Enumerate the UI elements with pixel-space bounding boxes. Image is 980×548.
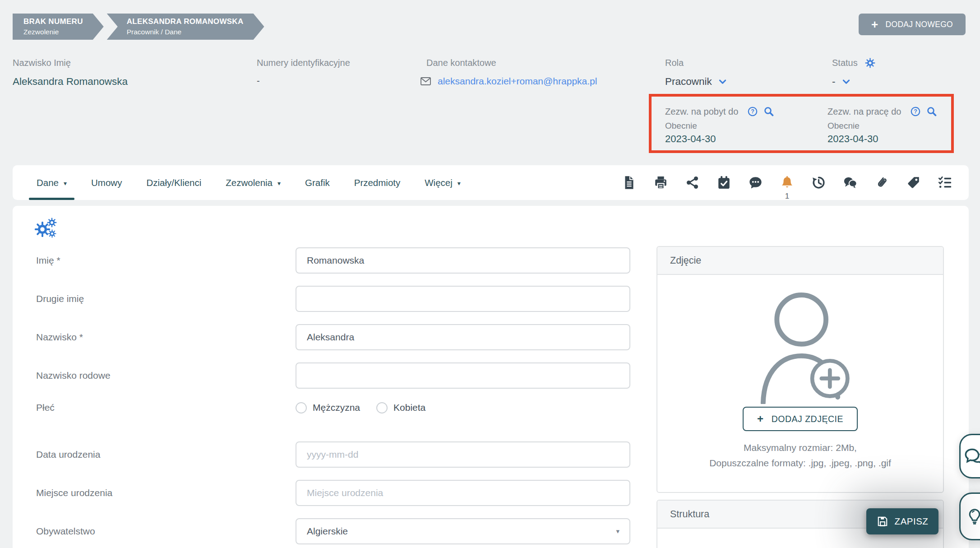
tab-umowy[interactable]: Umowy (79, 165, 134, 200)
document-icon[interactable] (622, 176, 636, 190)
radio-icon (376, 402, 388, 413)
form-settings-gears-icon[interactable] (34, 218, 66, 243)
notification-bell-icon[interactable]: 1 (780, 176, 794, 190)
field-role: Rola Pracownik (665, 58, 727, 88)
role-value: Pracownik (665, 76, 712, 88)
add-photo-button[interactable]: + DODAJ ZDJĘCIE (743, 407, 858, 431)
caret-down-icon: ▾ (64, 178, 67, 187)
tab-dzialy-klienci[interactable]: Działy/Klienci (134, 165, 213, 200)
photo-hint-size: Maksymalny rozmiar: 2Mb, (657, 440, 943, 455)
comment-dots-icon[interactable] (749, 176, 763, 190)
email-link[interactable]: aleksandra.koziel+roman@hrappka.pl (438, 76, 597, 87)
field-label: Nazwisko Imię (13, 58, 128, 68)
breadcrumb-permit[interactable]: BRAK NUMERU Zezwolenie (13, 14, 104, 40)
residence-permit-field: Zezw. na pobyt do Obecnie 2023-04-30 (665, 106, 827, 150)
tab-grafik[interactable]: Grafik (293, 165, 342, 200)
calendar-check-icon[interactable] (717, 176, 731, 190)
form-label: Nazwisko * (36, 332, 296, 343)
caret-down-icon: ▾ (616, 527, 619, 535)
work-permit-field: Zezw. na pracę do Obecnie 2023-04-30 (827, 106, 937, 150)
breadcrumb-title: ALEKSANDRA ROMANOWSKA (127, 16, 244, 27)
form-row-birth-place: Miejsce urodzenia (36, 480, 644, 506)
radio-label: Kobieta (393, 402, 425, 413)
search-icon[interactable] (763, 106, 774, 117)
chevron-down-icon (841, 77, 851, 87)
search-icon[interactable] (926, 106, 937, 117)
permit-label: Zezw. na pobyt do (665, 107, 738, 117)
tab-dane[interactable]: Dane▾ (24, 165, 79, 200)
share-icon[interactable] (685, 176, 699, 190)
field-label: Dane kontaktowe (420, 58, 597, 68)
photo-hint-formats: Dopuszczalne formaty: .jpg, .jpeg, .png,… (657, 455, 943, 471)
radio-icon (296, 402, 307, 413)
birth-date-input[interactable] (296, 441, 630, 468)
tab-label: Więcej (425, 177, 453, 188)
breadcrumb-employee[interactable]: ALEKSANDRA ROMANOWSKA Pracownik / Dane (107, 14, 264, 40)
tab-wiecej[interactable]: Więcej▾ (412, 165, 473, 200)
tab-label: Przedmioty (354, 177, 401, 188)
data-form-card: Imię * Drugie imię Nazwisko * Nazwisko r… (13, 206, 969, 548)
person-add-icon (746, 281, 855, 404)
floppy-icon (877, 515, 888, 527)
caret-down-icon: ▾ (458, 178, 461, 187)
tab-zezwolenia[interactable]: Zezwolenia▾ (213, 165, 293, 200)
citizenship-select[interactable]: Algierskie ▾ (296, 518, 630, 544)
citizenship-value: Algierskie (307, 526, 348, 537)
tab-przedmioty[interactable]: Przedmioty (342, 165, 413, 200)
notification-count: 1 (785, 192, 789, 201)
form-label: Nazwisko rodowe (36, 370, 296, 381)
role-dropdown[interactable]: Pracownik (665, 76, 727, 88)
form-row-birth-date: Data urodzenia (36, 441, 644, 468)
permit-label: Zezw. na pracę do (827, 107, 901, 117)
print-icon[interactable] (654, 176, 668, 190)
breadcrumb: BRAK NUMERU Zezwolenie ALEKSANDRA ROMANO… (13, 14, 264, 40)
photo-panel-title: Zdjęcie (657, 247, 943, 275)
tips-button[interactable] (959, 492, 980, 540)
id-numbers-value: - (257, 76, 260, 86)
form-row-first-name: Imię * (36, 247, 644, 274)
field-label: Numery identyfikacyjne (257, 58, 350, 68)
gender-female-radio[interactable]: Kobieta (376, 402, 425, 413)
help-icon[interactable] (910, 106, 921, 117)
chevron-down-icon (718, 77, 727, 87)
tab-label: Umowy (91, 177, 122, 188)
help-icon[interactable] (747, 106, 758, 117)
comments-icon[interactable] (843, 176, 857, 190)
caret-down-icon: ▾ (277, 178, 281, 187)
save-label: ZAPISZ (895, 516, 929, 527)
form-label: Drugie imię (36, 293, 296, 304)
checklist-icon[interactable] (938, 176, 952, 190)
employee-profile-page: BRAK NUMERU Zezwolenie ALEKSANDRA ROMANO… (0, 0, 980, 548)
permit-current-label: Obecnie (665, 121, 827, 131)
tag-icon[interactable] (906, 176, 920, 190)
form-row-family-name: Nazwisko rodowe (36, 362, 644, 389)
photo-panel: Zdjęcie + DODAJ ZDJĘCIE Maksymalny rozmi… (656, 246, 944, 493)
gender-male-radio[interactable]: Mężczyzna (296, 402, 360, 413)
form-row-gender: Płeć Mężczyzna Kobieta (36, 395, 644, 421)
form-label: Płeć (36, 402, 296, 413)
plus-icon: + (757, 413, 764, 424)
birth-place-input[interactable] (296, 480, 630, 506)
support-chat-button[interactable] (959, 434, 980, 478)
history-icon[interactable] (812, 176, 826, 190)
breadcrumb-subtitle: Pracownik / Dane (127, 27, 244, 37)
breadcrumb-subtitle: Zezwolenie (23, 27, 83, 37)
status-settings-gear-icon[interactable] (865, 58, 875, 68)
add-new-button[interactable]: + DODAJ NOWEGO (859, 14, 966, 35)
gender-radio-group: Mężczyzna Kobieta (296, 402, 425, 413)
plus-icon: + (871, 19, 878, 30)
chat-bubbles-icon (964, 446, 980, 466)
field-id-numbers: Numery identyfikacyjne - (257, 58, 350, 86)
form-row-citizenship: Obywatelstwo Algierskie ▾ (36, 518, 644, 544)
family-name-input[interactable] (296, 362, 630, 389)
middle-name-input[interactable] (296, 286, 630, 312)
last-name-input[interactable] (296, 324, 630, 350)
first-name-input[interactable] (296, 247, 630, 274)
field-contact: Dane kontaktowe aleksandra.koziel+roman@… (420, 58, 597, 87)
status-dropdown[interactable]: - (832, 76, 875, 88)
form-label: Miejsce urodzenia (36, 488, 296, 498)
paperclip-icon[interactable] (875, 176, 889, 190)
save-button[interactable]: ZAPISZ (866, 508, 938, 534)
field-label: Rola (665, 58, 727, 68)
avatar-placeholder[interactable] (657, 281, 943, 406)
